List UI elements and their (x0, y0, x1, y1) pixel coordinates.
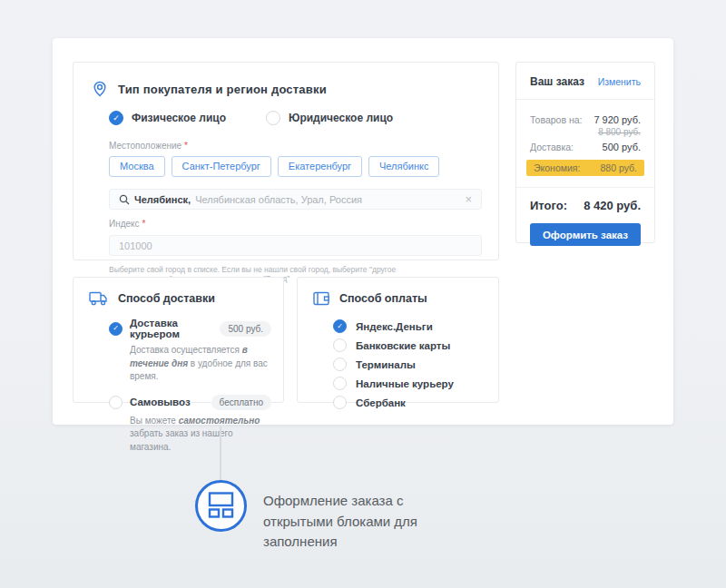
divider (516, 187, 654, 188)
search-value-rest: Челябинская область, Урал, Россия (195, 194, 362, 205)
products-row: Товаров на: 7 920 руб. (530, 114, 641, 125)
city-search-input[interactable]: Челябинск, Челябинская область, Урал, Ро… (109, 189, 482, 210)
clear-search-icon[interactable]: × (465, 193, 472, 205)
search-value-city: Челябинск, (134, 194, 191, 205)
radio-courier[interactable]: ✓ Доставка курьером 500 руб. (109, 318, 271, 339)
products-label: Товаров на: (530, 114, 582, 125)
radio-unchecked-icon[interactable] (333, 377, 347, 390)
products-value: 7 920 руб. (594, 114, 641, 125)
radio-unchecked-icon[interactable] (109, 396, 123, 409)
pickup-price-badge: бесплатно (211, 395, 271, 410)
radio-unchecked-icon[interactable] (333, 338, 347, 352)
radio-unchecked-icon[interactable] (333, 396, 347, 409)
region-panel-header: Тип покупателя и регион доставки (74, 63, 498, 97)
search-icon (119, 194, 130, 205)
delivery-cost-value: 500 руб. (603, 142, 641, 152)
radio-individual[interactable]: ✓ Физическое лицо (109, 111, 226, 125)
truck-icon (89, 291, 108, 306)
required-asterisk: * (142, 219, 145, 229)
radio-sberbank[interactable]: Сбербанк (333, 393, 498, 412)
radio-legal-entity-label: Юридическое лицо (289, 112, 393, 124)
payment-panel-title: Способ оплаты (339, 292, 427, 305)
delivery-cost-row: Доставка: 500 руб. (530, 142, 641, 152)
checkout-card: Тип покупателя и регион доставки ✓ Физич… (53, 38, 673, 425)
order-summary-panel: Ваш заказ Изменить Товаров на: 7 920 руб… (515, 62, 655, 243)
radio-bank-cards[interactable]: Банковские карты (333, 336, 498, 355)
city-chip-chelyabinsk[interactable]: Челябинкс (368, 156, 439, 177)
feature-caption: Оформление заказа с открытыми блоками дл… (263, 491, 476, 553)
radio-yandex-money[interactable]: ✓ Яндекс.Деньги (333, 317, 498, 336)
radio-pickup[interactable]: Самовывоз бесплатно (109, 395, 271, 410)
location-label: Местоположение * (109, 141, 498, 151)
products-old-price: 8 800 руб. (530, 127, 641, 137)
delivery-method-panel: Способ доставки ✓ Доставка курьером 500 … (73, 277, 284, 403)
region-panel: Тип покупателя и регион доставки ✓ Физич… (73, 62, 499, 260)
savings-label: Экономия: (534, 162, 580, 173)
city-chip-spb[interactable]: Санкт-Петербург (172, 156, 271, 177)
pickup-description: Вы можете самостоятельно забрать заказ и… (130, 415, 271, 455)
radio-unchecked-icon[interactable] (266, 111, 280, 125)
order-summary-title: Ваш заказ (530, 75, 584, 88)
pickup-label: Самовывоз (130, 397, 191, 407)
radio-checked-icon[interactable]: ✓ (109, 322, 123, 336)
delivery-cost-label: Доставка: (530, 142, 574, 152)
layout-blocks-icon (208, 491, 234, 522)
postal-index-input[interactable]: 101000 (109, 235, 482, 256)
savings-badge-row: Экономия: 880 руб. (526, 160, 644, 176)
total-label: Итого: (530, 199, 567, 212)
total-row: Итого: 8 420 руб. (530, 199, 641, 212)
place-order-button[interactable]: Оформить заказ (530, 223, 641, 246)
payment-method-panel: Способ оплаты ✓ Яндекс.Деньги Банковские… (297, 277, 499, 403)
total-value: 8 420 руб. (584, 199, 641, 212)
feature-badge-circle (195, 480, 247, 532)
radio-cash-to-courier[interactable]: Наличные курьеру (333, 374, 498, 393)
required-asterisk: * (184, 141, 188, 151)
radio-unchecked-icon[interactable] (333, 358, 347, 371)
savings-value: 880 руб. (601, 162, 637, 173)
edit-order-link[interactable]: Изменить (598, 76, 641, 87)
connector-line (220, 426, 221, 480)
delivery-option-courier: ✓ Доставка курьером 500 руб. Доставка ос… (109, 318, 271, 384)
payment-options-list: ✓ Яндекс.Деньги Банковские карты Термина… (333, 317, 498, 412)
radio-checked-icon[interactable]: ✓ (333, 319, 347, 333)
region-panel-title: Тип покупателя и регион доставки (118, 83, 327, 96)
radio-individual-label: Физическое лицо (132, 112, 226, 124)
buyer-type-group: ✓ Физическое лицо Юридическое лицо (109, 111, 498, 125)
radio-terminals[interactable]: Терминалы (333, 355, 498, 374)
location-pin-icon (92, 81, 108, 97)
wallet-icon (313, 291, 329, 306)
radio-checked-icon[interactable]: ✓ (109, 111, 123, 125)
divider (516, 99, 654, 100)
delivery-panel-title: Способ доставки (118, 292, 215, 305)
delivery-option-pickup: Самовывоз бесплатно Вы можете самостояте… (109, 395, 271, 455)
city-chip-ekb[interactable]: Екатеренбург (278, 156, 362, 177)
city-chip-moscow[interactable]: Москва (109, 156, 165, 177)
courier-description: Доставка осуществляется в течение дня в … (130, 344, 271, 384)
radio-legal-entity[interactable]: Юридическое лицо (266, 111, 393, 125)
index-label: Индекс * (109, 219, 498, 229)
courier-label: Доставка курьером (130, 318, 212, 339)
city-chip-group: Москва Санкт-Петербург Екатеренбург Челя… (109, 156, 498, 177)
courier-price-badge: 500 руб. (220, 321, 271, 337)
